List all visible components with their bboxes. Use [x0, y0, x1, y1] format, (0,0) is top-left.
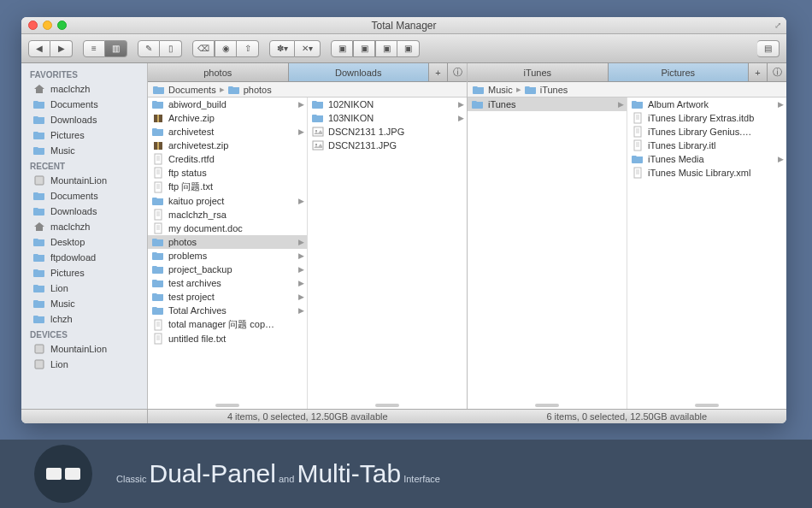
archive1-button[interactable]: ▣	[331, 40, 353, 57]
file-item[interactable]: total manager 问题 cop…	[148, 317, 307, 332]
sidebar-item[interactable]: Downloads	[21, 204, 147, 219]
folder-icon	[228, 84, 240, 96]
new-tab-button[interactable]: +	[749, 63, 768, 81]
file-item[interactable]: iTunes Library Genius.…	[627, 125, 786, 139]
file-item[interactable]: test archives▶	[148, 276, 307, 290]
forward-button[interactable]: ▶	[50, 40, 73, 57]
folder-icon	[152, 277, 164, 289]
file-item[interactable]: Archive.zip	[148, 111, 307, 125]
right-breadcrumb[interactable]: Music▸iTunes	[468, 82, 786, 97]
file-item[interactable]: maclchzh_rsa	[148, 208, 307, 222]
sidebar-item[interactable]: Music	[21, 296, 147, 311]
file-item[interactable]: 102NIKON▶	[308, 97, 467, 111]
sidebar-item[interactable]: Lion	[21, 357, 147, 372]
archive4-button[interactable]: ▣	[397, 40, 420, 57]
archive3-button[interactable]: ▣	[375, 40, 397, 57]
column-view-button[interactable]: ▥	[105, 40, 127, 57]
sidebar-item[interactable]: Desktop	[21, 234, 147, 250]
tab[interactable]: Downloads	[289, 63, 430, 81]
folder-icon	[33, 236, 45, 248]
file-item[interactable]: test project▶	[148, 290, 307, 304]
sidebar-item[interactable]: ftpdowload	[21, 250, 147, 265]
file-item[interactable]: Album Artwork▶	[627, 97, 786, 111]
file-item[interactable]: untitled file.txt	[148, 332, 307, 346]
share-button[interactable]: ⇧	[237, 40, 259, 57]
tab[interactable]: Pictures	[609, 63, 750, 81]
file-item[interactable]: problems▶	[148, 249, 307, 263]
sidebar-item[interactable]: lchzh	[21, 311, 147, 327]
fullscreen-icon[interactable]: ⤢	[774, 21, 781, 30]
new-tab-button[interactable]: +	[429, 63, 448, 81]
breadcrumb-segment[interactable]: Music	[488, 85, 513, 95]
file-item[interactable]: iTunes Music Library.xml	[627, 166, 786, 180]
sidebar-item[interactable]: Downloads	[21, 112, 147, 127]
sidebar-item[interactable]: Documents	[21, 97, 147, 112]
file-item[interactable]: archivetest▶	[148, 125, 307, 139]
breadcrumb-segment[interactable]: Documents	[168, 85, 216, 95]
file-item[interactable]: abiword_build▶	[148, 97, 307, 111]
file-item[interactable]: 103NIKON▶	[308, 111, 467, 125]
file-label: Credits.rtfd	[168, 154, 215, 164]
file-item[interactable]: my document.doc	[148, 222, 307, 235]
file-label: iTunes	[488, 99, 516, 109]
view-group: ≡ ▥	[83, 40, 127, 57]
file-item[interactable]: ftp status	[148, 166, 307, 180]
sidebar-item[interactable]: Documents	[21, 188, 147, 204]
sidebar: FAVORITESmaclchzhDocumentsDownloadsPictu…	[21, 63, 148, 409]
sidebar-item[interactable]: Pictures	[21, 127, 147, 143]
sidebar-toggle[interactable]: ▤	[757, 40, 780, 57]
info-button[interactable]: ⓘ	[448, 63, 467, 81]
edit-button[interactable]: ✎	[138, 40, 160, 57]
file-item[interactable]: iTunes Library Extras.itdb	[627, 111, 786, 125]
file-item[interactable]: iTunes Media▶	[627, 152, 786, 166]
sidebar-item[interactable]: MountainLion	[21, 341, 147, 357]
left-breadcrumb[interactable]: Documents▸photos	[148, 82, 467, 97]
doc-icon	[152, 167, 164, 179]
file-item[interactable]: iTunes▶	[468, 97, 627, 111]
sidebar-item[interactable]: maclchzh	[21, 219, 147, 234]
file-item[interactable]: archivetest.zip	[148, 139, 307, 152]
titlebar[interactable]: Total Manager ⤢	[21, 17, 786, 34]
sidebar-item[interactable]: Music	[21, 143, 147, 158]
file-item[interactable]: iTunes Library.itl	[627, 139, 786, 152]
doc-icon	[632, 167, 644, 179]
terminal-button[interactable]: ▯	[160, 40, 182, 57]
file-label: test project	[168, 292, 215, 302]
sidebar-item[interactable]: Pictures	[21, 265, 147, 281]
file-item[interactable]: ftp 问题.txt	[148, 180, 307, 194]
folder-icon	[472, 98, 484, 110]
doc-icon	[152, 209, 164, 221]
folder-icon	[33, 145, 45, 157]
trash-button[interactable]: ⌫	[192, 40, 215, 57]
sidebar-item[interactable]: Lion	[21, 281, 147, 296]
file-item[interactable]: photos▶	[148, 235, 307, 249]
column[interactable]: Album Artwork▶iTunes Library Extras.itdb…	[627, 97, 786, 409]
sidebar-item[interactable]: MountainLion	[21, 173, 147, 188]
file-item[interactable]: kaituo project▶	[148, 194, 307, 208]
column[interactable]: abiword_build▶Archive.ziparchivetest▶arc…	[148, 97, 308, 409]
file-item[interactable]: Credits.rtfd	[148, 152, 307, 166]
chevron-right-icon: ▶	[298, 251, 304, 260]
info-button[interactable]: ⓘ	[768, 63, 786, 81]
sidebar-item[interactable]: maclchzh	[21, 81, 147, 97]
tab[interactable]: photos	[148, 63, 289, 81]
chevron-right-icon: ▶	[298, 100, 304, 109]
breadcrumb-segment[interactable]: iTunes	[540, 85, 568, 95]
gear-menu[interactable]: ✽▾	[269, 40, 295, 57]
back-button[interactable]: ◀	[28, 40, 50, 57]
column[interactable]: iTunes▶	[468, 97, 627, 409]
breadcrumb-segment[interactable]: photos	[244, 85, 272, 95]
file-item[interactable]: Total Archives▶	[148, 304, 307, 317]
file-item[interactable]: DSCN2131 1.JPG	[308, 125, 467, 139]
right-tabs: iTunesPictures+ⓘ	[468, 63, 786, 82]
chevron-right-icon: ▶	[458, 114, 464, 122]
tab[interactable]: iTunes	[468, 63, 609, 81]
column[interactable]: 102NIKON▶103NIKON▶DSCN2131 1.JPGDSCN2131…	[308, 97, 467, 409]
file-item[interactable]: DSCN2131.JPG	[308, 139, 467, 152]
archive2-button[interactable]: ▣	[353, 40, 375, 57]
tools-menu[interactable]: ✕▾	[295, 40, 321, 57]
list-view-button[interactable]: ≡	[83, 40, 105, 57]
file-label: iTunes Library Extras.itdb	[648, 113, 754, 123]
file-item[interactable]: project_backup▶	[148, 263, 307, 276]
quicklook-button[interactable]: ◉	[215, 40, 237, 57]
